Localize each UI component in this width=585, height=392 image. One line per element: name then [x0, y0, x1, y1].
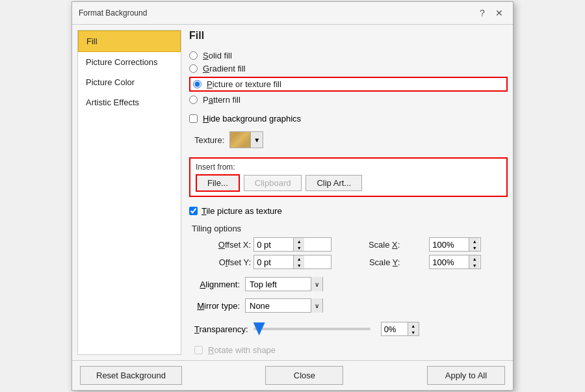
section-title: Fill — [189, 30, 508, 42]
reset-background-button[interactable]: Reset Background — [80, 366, 182, 385]
dialog-body: Fill Picture Corrections Picture Color A… — [72, 25, 513, 360]
fill-radio-group: Solid fill Gradient fill Picture or text… — [189, 51, 508, 105]
format-background-dialog: Format Background ? ✕ Fill Picture Corre… — [72, 1, 514, 391]
offset-x-field[interactable]: ▲ ▼ — [254, 237, 332, 252]
scale-y-up[interactable]: ▲ — [469, 255, 480, 262]
alignment-label: Alignment: — [194, 280, 240, 289]
sidebar-item-artistic-effects[interactable]: Artistic Effects — [78, 92, 181, 112]
scale-y-spinbtns: ▲ ▼ — [469, 255, 480, 268]
insert-from-buttons: File... Clipboard Clip Art... — [196, 174, 501, 192]
sidebar: Fill Picture Corrections Picture Color A… — [77, 30, 181, 355]
alignment-row: Alignment: Top left ∨ — [194, 277, 508, 291]
offset-x-input[interactable] — [254, 238, 293, 251]
sidebar-item-picture-color[interactable]: Picture Color — [78, 72, 181, 92]
offset-y-input[interactable] — [254, 255, 293, 268]
texture-selector[interactable]: ▼ — [229, 131, 263, 148]
alignment-dropdown[interactable]: Top left ∨ — [245, 277, 323, 291]
dialog-title: Format Background — [79, 8, 147, 18]
hide-bg-label: Hide background graphics — [203, 114, 301, 124]
alignment-dropdown-arrow[interactable]: ∨ — [311, 277, 322, 291]
transparency-spinbtns: ▲ ▼ — [408, 322, 419, 335]
transparency-row: Transparency: ▲ ▼ — [194, 322, 508, 336]
transparency-field[interactable]: ▲ ▼ — [381, 322, 419, 336]
scale-y-label: Scale Y: — [344, 257, 400, 267]
file-button[interactable]: File... — [196, 174, 240, 192]
close-button[interactable]: ✕ — [492, 6, 506, 20]
scale-y-field[interactable]: ▲ ▼ — [429, 255, 481, 269]
sidebar-item-picture-corrections[interactable]: Picture Corrections — [78, 52, 181, 72]
scale-x-field[interactable]: ▲ ▼ — [429, 237, 481, 252]
transparency-slider-track[interactable] — [254, 328, 370, 330]
offset-x-label: Offset X: — [194, 240, 251, 250]
tiling-options-label: Tiling options — [192, 224, 508, 233]
transparency-slider-thumb[interactable] — [254, 322, 265, 335]
scale-y-down[interactable]: ▼ — [469, 262, 480, 268]
hide-bg-checkbox-row: Hide background graphics — [189, 114, 508, 124]
tiling-grid: Offset X: ▲ ▼ Scale X: ▲ — [194, 237, 508, 269]
help-button[interactable]: ? — [475, 6, 489, 20]
radio-pattern-label: Pattern fill — [203, 95, 240, 105]
title-bar: Format Background ? ✕ — [72, 2, 513, 25]
rotate-checkbox[interactable] — [194, 346, 203, 354]
title-bar-buttons: ? ✕ — [475, 6, 506, 20]
radio-gradient-fill: Gradient fill — [189, 64, 508, 73]
radio-solid-fill: Solid fill — [189, 51, 508, 60]
transparency-input[interactable] — [382, 322, 408, 335]
tile-checkbox-row: Tile picture as texture — [189, 206, 508, 216]
radio-solid-input[interactable] — [189, 51, 198, 60]
scale-x-label: Scale X: — [344, 240, 400, 250]
sidebar-item-fill[interactable]: Fill — [78, 31, 181, 52]
transparency-label: Transparency: — [194, 324, 248, 334]
radio-gradient-input[interactable] — [189, 64, 198, 73]
radio-gradient-label: Gradient fill — [203, 64, 246, 73]
mirror-label: Mirror type: — [194, 301, 240, 311]
insert-from-label: Insert from: — [196, 163, 501, 172]
clip-art-button[interactable]: Clip Art... — [306, 175, 362, 191]
offset-y-down[interactable]: ▼ — [294, 262, 304, 268]
tile-label: Tile picture as texture — [202, 206, 282, 216]
close-dialog-button[interactable]: Close — [265, 366, 343, 385]
offset-x-up[interactable]: ▲ — [294, 238, 304, 244]
rotate-label: Rotate with shape — [208, 345, 276, 355]
tiling-options-section: Tiling options Offset X: ▲ ▼ Scale X: — [189, 224, 508, 273]
scale-x-down[interactable]: ▼ — [469, 244, 480, 251]
mirror-value: None — [246, 301, 311, 311]
texture-dropdown-button[interactable]: ▼ — [251, 132, 263, 148]
texture-row: Texture: ▼ — [194, 131, 508, 148]
radio-pattern-input[interactable] — [189, 96, 198, 104]
insert-from-box: Insert from: File... Clipboard Clip Art.… — [189, 157, 508, 197]
apply-to-all-button[interactable]: Apply to All — [427, 366, 505, 385]
clipboard-button[interactable]: Clipboard — [244, 175, 302, 191]
radio-pattern-fill: Pattern fill — [189, 95, 508, 105]
main-content: Fill Solid fill Gradient fill Picture or… — [189, 30, 508, 355]
mirror-dropdown[interactable]: None ∨ — [245, 298, 323, 313]
scale-x-spinbtns: ▲ ▼ — [469, 238, 480, 251]
rotate-row: Rotate with shape — [194, 345, 508, 355]
mirror-row: Mirror type: None ∨ — [194, 298, 508, 313]
texture-preview — [230, 132, 251, 148]
offset-y-spinbtns: ▲ ▼ — [293, 255, 304, 268]
radio-picture-texture-label: Picture or texture fill — [207, 79, 281, 89]
alignment-value: Top left — [246, 280, 311, 289]
transparency-up[interactable]: ▲ — [408, 322, 419, 329]
radio-picture-texture-input[interactable] — [193, 80, 202, 88]
offset-y-up[interactable]: ▲ — [294, 255, 304, 262]
mirror-dropdown-arrow[interactable]: ∨ — [311, 298, 322, 313]
tile-checkbox[interactable] — [189, 207, 198, 215]
scale-y-input[interactable] — [430, 255, 469, 268]
hide-bg-checkbox[interactable] — [189, 114, 198, 123]
texture-label: Texture: — [194, 135, 224, 145]
offset-x-spinbtns: ▲ ▼ — [293, 238, 304, 251]
offset-x-down[interactable]: ▼ — [294, 244, 304, 251]
radio-solid-label: Solid fill — [203, 51, 232, 60]
scale-x-input[interactable] — [430, 238, 469, 251]
dialog-footer: Reset Background Close Apply to All — [72, 360, 513, 390]
transparency-down[interactable]: ▼ — [408, 329, 419, 335]
offset-y-field[interactable]: ▲ ▼ — [254, 255, 332, 269]
offset-y-label: Offset Y: — [194, 257, 251, 267]
scale-x-up[interactable]: ▲ — [469, 238, 480, 244]
radio-picture-texture-fill: Picture or texture fill — [189, 77, 508, 92]
